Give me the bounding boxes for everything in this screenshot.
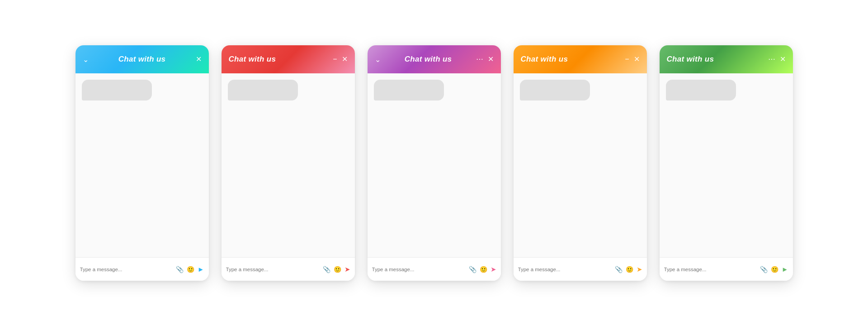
chat-input-area-1: 📎 🙂 ►	[75, 257, 209, 281]
chat-header-3: ⌄ Chat with us ⋯ ✕	[368, 45, 501, 73]
close-icon[interactable]: ✕	[342, 56, 348, 63]
send-button-2[interactable]: ➤	[344, 265, 350, 273]
chevron-down-icon[interactable]: ⌄	[83, 55, 89, 64]
chat-title-1: Chat with us	[118, 55, 166, 64]
message-bubble-4	[520, 80, 590, 101]
close-icon[interactable]: ✕	[780, 56, 786, 63]
chat-input-area-3: 📎 🙂 ➤	[368, 257, 501, 281]
header-icons-5: ⋯ ✕	[768, 56, 786, 63]
more-options-icon[interactable]: ⋯	[768, 56, 775, 63]
chat-title-2: Chat with us	[229, 55, 276, 64]
send-button-4[interactable]: ➤	[637, 265, 642, 273]
minimize-icon[interactable]: −	[333, 56, 337, 63]
message-input-3[interactable]	[372, 267, 466, 272]
message-input-4[interactable]	[518, 267, 612, 272]
close-icon[interactable]: ✕	[634, 56, 640, 63]
emoji-icon[interactable]: 🙂	[771, 266, 778, 273]
header-icons-1: ✕	[196, 56, 202, 63]
send-button-3[interactable]: ➤	[491, 265, 496, 273]
message-bubble-5	[666, 80, 736, 101]
chat-body-5	[660, 73, 793, 257]
message-bubble-2	[228, 80, 298, 101]
chat-input-area-4: 📎 🙂 ➤	[514, 257, 647, 281]
close-icon[interactable]: ✕	[488, 56, 494, 63]
emoji-icon[interactable]: 🙂	[187, 266, 194, 273]
chevron-down-icon[interactable]: ⌄	[375, 55, 381, 64]
send-button-5[interactable]: ►	[782, 265, 788, 273]
chat-header-1: ⌄ Chat with us ✕	[75, 45, 209, 73]
attachment-icon[interactable]: 📎	[323, 266, 330, 273]
emoji-icon[interactable]: 🙂	[334, 266, 341, 273]
chat-body-3	[368, 73, 501, 257]
chat-widget-5: Chat with us ⋯ ✕ 📎 🙂 ►	[660, 45, 793, 281]
chat-body-2	[222, 73, 355, 257]
message-input-1[interactable]	[80, 267, 173, 272]
close-icon[interactable]: ✕	[196, 56, 202, 63]
header-icons-3: ⋯ ✕	[476, 56, 494, 63]
attachment-icon[interactable]: 📎	[615, 266, 623, 273]
chat-body-1	[75, 73, 209, 257]
message-input-2[interactable]	[226, 267, 320, 272]
chat-header-2: Chat with us − ✕	[222, 45, 355, 73]
minimize-icon[interactable]: −	[625, 56, 629, 63]
chat-widget-2: Chat with us − ✕ 📎 🙂 ➤	[222, 45, 355, 281]
chat-title-4: Chat with us	[521, 55, 568, 64]
message-bubble-3	[374, 80, 444, 101]
attachment-icon[interactable]: 📎	[469, 266, 476, 273]
more-options-icon[interactable]: ⋯	[476, 56, 483, 63]
chat-input-area-2: 📎 🙂 ➤	[222, 257, 355, 281]
send-button-1[interactable]: ►	[198, 265, 204, 273]
chat-input-area-5: 📎 🙂 ►	[660, 257, 793, 281]
emoji-icon[interactable]: 🙂	[480, 266, 487, 273]
header-icons-2: − ✕	[333, 56, 347, 63]
chat-body-4	[514, 73, 647, 257]
chat-widget-3: ⌄ Chat with us ⋯ ✕ 📎 🙂 ➤	[368, 45, 501, 281]
widgets-container: ⌄ Chat with us ✕ 📎 🙂 ► Chat with us − ✕	[75, 45, 793, 281]
emoji-icon[interactable]: 🙂	[626, 266, 633, 273]
chat-widget-4: Chat with us − ✕ 📎 🙂 ➤	[514, 45, 647, 281]
chat-widget-1: ⌄ Chat with us ✕ 📎 🙂 ►	[75, 45, 209, 281]
chat-header-5: Chat with us ⋯ ✕	[660, 45, 793, 73]
attachment-icon[interactable]: 📎	[176, 266, 184, 273]
attachment-icon[interactable]: 📎	[760, 266, 768, 273]
chat-title-5: Chat with us	[667, 55, 714, 64]
chat-header-4: Chat with us − ✕	[514, 45, 647, 73]
header-icons-4: − ✕	[625, 56, 639, 63]
chat-title-3: Chat with us	[405, 55, 452, 64]
message-input-5[interactable]	[664, 267, 757, 272]
message-bubble-1	[82, 80, 152, 101]
